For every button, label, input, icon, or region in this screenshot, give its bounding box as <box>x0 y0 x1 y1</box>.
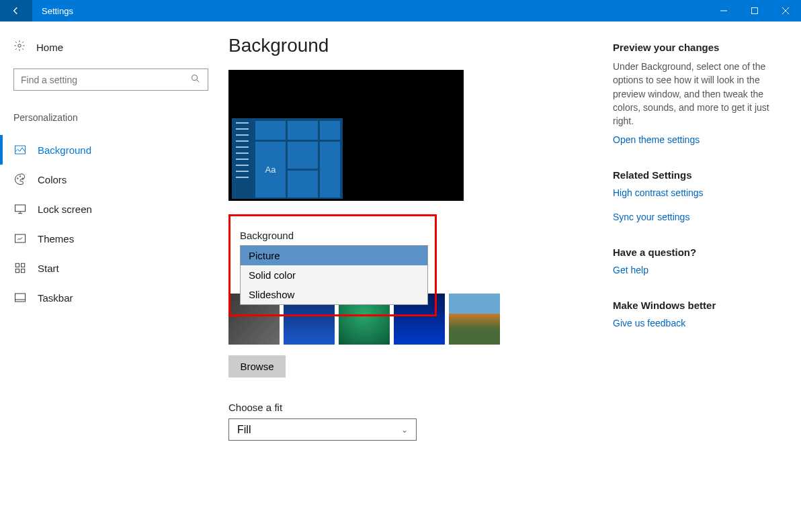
right-pane: Preview your changes Under Background, s… <box>613 21 801 532</box>
nav-background[interactable]: Background <box>13 135 208 165</box>
back-button[interactable] <box>0 0 32 21</box>
preview-aa-tile: Aa <box>255 142 286 197</box>
gear-icon <box>13 40 26 54</box>
nav-colors[interactable]: Colors <box>13 165 208 194</box>
svg-point-6 <box>22 178 24 179</box>
desktop-preview: Aa <box>228 70 464 201</box>
dropdown-option-picture[interactable]: Picture <box>241 246 427 265</box>
svg-rect-11 <box>15 269 19 273</box>
grid-icon <box>13 261 27 275</box>
monitor-icon <box>13 202 27 216</box>
svg-point-4 <box>17 178 19 179</box>
search-icon <box>190 73 201 87</box>
picture-icon <box>13 143 27 157</box>
background-dropdown-label: Background <box>240 230 435 241</box>
titlebar: Settings <box>0 0 801 21</box>
theme-settings-link[interactable]: Open theme settings <box>613 134 781 145</box>
svg-rect-0 <box>752 8 758 14</box>
get-help-link[interactable]: Get help <box>613 265 781 275</box>
maximize-button[interactable] <box>739 0 770 21</box>
nav-label: Lock screen <box>38 204 92 215</box>
svg-point-1 <box>18 44 22 48</box>
category-label: Personalization <box>13 112 208 123</box>
window-title: Settings <box>42 6 73 16</box>
nav-themes[interactable]: Themes <box>13 224 208 253</box>
window-controls <box>708 0 801 21</box>
nav-lockscreen[interactable]: Lock screen <box>13 194 208 224</box>
nav-label: Colors <box>38 174 67 185</box>
fit-select[interactable]: Fill ⌄ <box>228 418 417 441</box>
nav-label: Background <box>38 144 91 156</box>
chevron-down-icon: ⌄ <box>401 425 408 435</box>
svg-point-2 <box>192 75 198 80</box>
page-heading: Background <box>228 35 593 56</box>
main-content: Background Aa <box>208 21 613 532</box>
dropdown-option-solid[interactable]: Solid color <box>241 265 427 285</box>
preview-start-menu: Aa <box>232 118 343 199</box>
browse-button[interactable]: Browse <box>228 355 286 378</box>
nav-start[interactable]: Start <box>13 253 208 283</box>
sidebar: Home Personalization Background Colors L… <box>0 21 208 532</box>
minimize-button[interactable] <box>708 0 739 21</box>
pencil-icon <box>13 232 27 245</box>
dropdown-option-slideshow[interactable]: Slideshow <box>241 285 427 304</box>
nav-label: Start <box>38 263 59 274</box>
preview-description: Under Background, select one of the opti… <box>613 60 781 128</box>
search-input[interactable] <box>21 75 190 85</box>
feedback-link[interactable]: Give us feedback <box>613 318 781 328</box>
nav-taskbar[interactable]: Taskbar <box>13 283 208 312</box>
svg-rect-7 <box>15 205 26 212</box>
related-heading: Related Settings <box>613 169 781 181</box>
background-dropdown[interactable]: Picture Solid color Slideshow <box>240 245 428 305</box>
taskbar-icon <box>13 291 27 304</box>
svg-rect-13 <box>15 294 26 302</box>
nav-label: Themes <box>38 233 74 245</box>
close-button[interactable] <box>770 0 801 21</box>
highlighted-dropdown-area: Background Picture Solid color Slideshow <box>228 214 437 316</box>
fit-value: Fill <box>237 424 251 436</box>
wallpaper-thumb[interactable] <box>449 294 500 345</box>
preview-heading: Preview your changes <box>613 42 781 53</box>
svg-rect-10 <box>22 263 25 267</box>
svg-rect-9 <box>15 263 19 267</box>
svg-rect-12 <box>22 269 25 273</box>
palette-icon <box>13 173 27 186</box>
svg-point-5 <box>19 176 21 177</box>
home-nav[interactable]: Home <box>13 35 208 59</box>
fit-label: Choose a fit <box>228 402 593 413</box>
nav-label: Taskbar <box>38 292 73 304</box>
question-heading: Have a question? <box>613 247 781 258</box>
home-label: Home <box>36 42 63 53</box>
svg-rect-8 <box>15 234 26 242</box>
high-contrast-link[interactable]: High contrast settings <box>613 187 781 198</box>
search-box[interactable] <box>13 69 208 91</box>
sync-settings-link[interactable]: Sync your settings <box>613 212 781 222</box>
better-heading: Make Windows better <box>613 300 781 311</box>
